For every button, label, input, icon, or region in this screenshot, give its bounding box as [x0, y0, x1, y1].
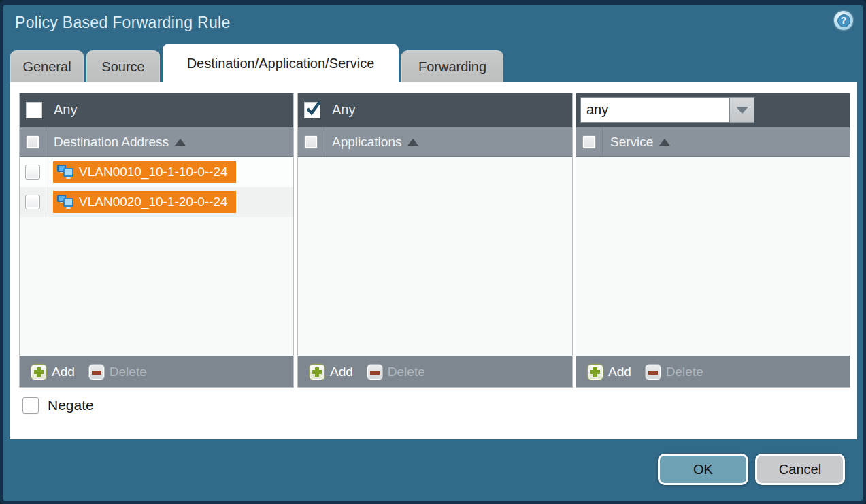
service-dropdown-bar [576, 93, 850, 127]
plus-icon [31, 364, 47, 380]
negate-label: Negate [48, 397, 94, 414]
address-object-icon [56, 164, 74, 180]
row-checkbox[interactable] [25, 195, 40, 209]
check-mark-icon [303, 99, 322, 118]
tab-forwarding-label: Forwarding [418, 59, 486, 75]
sort-ascending-icon[interactable] [175, 139, 186, 146]
ok-button[interactable]: OK [658, 454, 748, 485]
add-button[interactable]: Add [309, 364, 353, 380]
tab-destination-application-service[interactable]: Destination/Application/Service [163, 44, 399, 82]
address-chip[interactable]: VLAN0020_10-1-20-0--24 [53, 191, 236, 213]
service-column-header[interactable]: Service [610, 135, 653, 150]
tab-source-label: Source [101, 59, 144, 75]
sort-ascending-icon[interactable] [659, 139, 670, 146]
minus-icon [645, 364, 661, 380]
address-object-icon [56, 194, 74, 210]
applications-list [298, 157, 572, 356]
delete-button[interactable]: Delete [88, 364, 147, 380]
row-checkbox[interactable] [25, 165, 40, 180]
plus-icon [309, 364, 325, 380]
tab-source[interactable]: Source [86, 50, 160, 82]
pbf-rule-dialog-frame: Policy Based Forwarding Rule ? General S… [0, 0, 866, 504]
tab-destination-label: Destination/Application/Service [187, 56, 375, 71]
applications-any-checkbox[interactable] [304, 102, 320, 118]
page-title: Policy Based Forwarding Rule [15, 14, 231, 32]
delete-button[interactable]: Delete [645, 364, 703, 380]
service-list [576, 157, 850, 356]
destination-any-label: Any [54, 102, 77, 118]
service-column-header-row: Service [576, 127, 850, 157]
address-label: VLAN0020_10-1-20-0--24 [79, 195, 228, 209]
service-footer: Add Delete [576, 356, 850, 387]
delete-button[interactable]: Delete [367, 364, 425, 380]
negate-checkbox[interactable] [22, 397, 39, 414]
applications-column-header-row: Applications [298, 127, 572, 157]
table-row: VLAN0010_10-1-10-0--24 [20, 157, 293, 187]
destination-column-header[interactable]: Destination Address [54, 135, 169, 150]
destination-any-checkbox[interactable] [26, 102, 42, 118]
applications-footer: Add Delete [298, 356, 572, 387]
tab-general-label: General [22, 59, 71, 75]
cancel-button[interactable]: Cancel [755, 454, 845, 485]
help-icon[interactable]: ? [834, 11, 853, 30]
tab-forwarding[interactable]: Forwarding [401, 50, 503, 82]
ok-button-label: OK [693, 462, 713, 477]
tab-content: Any Destination Address [10, 82, 857, 439]
destination-column-header-row: Destination Address [20, 127, 293, 157]
address-chip[interactable]: VLAN0010_10-1-10-0--24 [53, 161, 236, 183]
tab-bar: General Source Destination/Application/S… [10, 44, 503, 82]
add-button[interactable]: Add [587, 364, 631, 380]
table-row: VLAN0020_10-1-20-0--24 [20, 187, 293, 217]
negate-row: Negate [22, 397, 94, 414]
service-select-all-checkbox[interactable] [582, 135, 596, 149]
cancel-button-label: Cancel [779, 462, 821, 477]
plus-icon [587, 364, 603, 380]
minus-icon [367, 364, 383, 380]
service-panel: Service Add Delete [576, 93, 850, 388]
service-type-input[interactable] [580, 97, 730, 123]
destination-any-bar: Any [20, 93, 293, 127]
destination-address-panel: Any Destination Address [19, 93, 294, 388]
applications-panel: Any Applications Add Delete [297, 93, 573, 388]
applications-column-header[interactable]: Applications [332, 135, 401, 150]
applications-select-all-checkbox[interactable] [304, 135, 318, 149]
pbf-rule-dialog: Policy Based Forwarding Rule ? General S… [3, 5, 863, 501]
applications-any-label: Any [332, 102, 355, 118]
destination-footer: Add Delete [20, 356, 293, 387]
add-button[interactable]: Add [31, 364, 75, 380]
chevron-down-icon [736, 107, 748, 114]
service-type-dropdown[interactable] [580, 97, 754, 123]
address-label: VLAN0010_10-1-10-0--24 [79, 165, 228, 180]
dropdown-arrow-button[interactable] [730, 97, 754, 123]
applications-any-bar: Any [298, 93, 572, 127]
tab-general[interactable]: General [10, 50, 84, 82]
minus-icon [88, 364, 105, 380]
sort-ascending-icon[interactable] [407, 139, 418, 146]
destination-list: VLAN0010_10-1-10-0--24 [20, 157, 293, 356]
destination-select-all-checkbox[interactable] [26, 135, 39, 149]
question-mark-icon: ? [837, 14, 850, 27]
